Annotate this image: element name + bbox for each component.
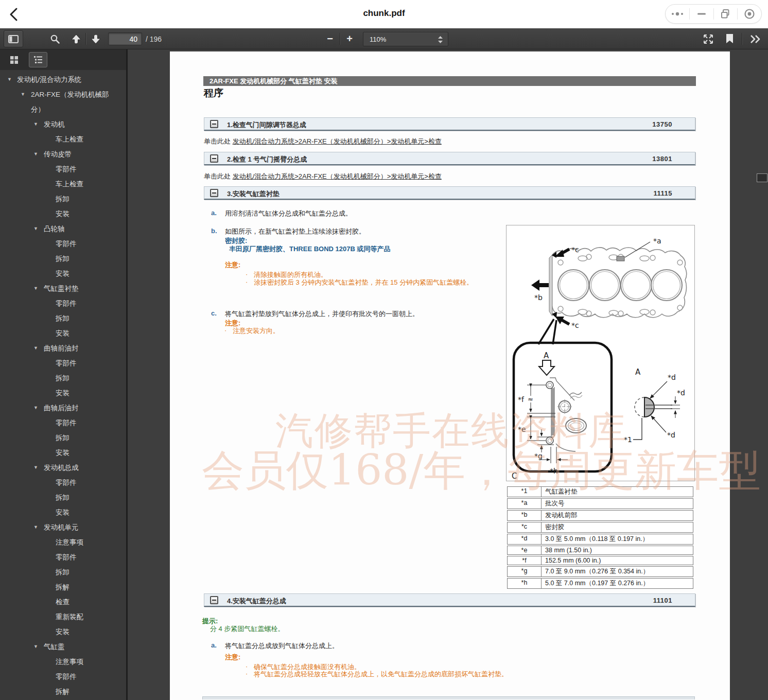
tree-item-label: 曲轴前油封 — [44, 344, 79, 352]
sidebar-toggle-button[interactable] — [4, 30, 23, 47]
thumbnails-tab[interactable] — [5, 52, 23, 67]
expand-arrow-icon[interactable] — [7, 72, 12, 87]
tree-item-label: 发动机/混合动力系统 — [17, 76, 81, 83]
tree-item[interactable]: 拆卸 — [0, 430, 126, 445]
tree-item[interactable]: 零部件 — [0, 162, 126, 177]
tree-item[interactable]: 安装 — [0, 206, 126, 221]
tree-item[interactable]: 检查 — [0, 594, 126, 609]
tree-item[interactable]: 拆卸 — [0, 565, 126, 580]
previous-page-button[interactable] — [69, 30, 83, 47]
expand-arrow-icon[interactable] — [33, 639, 38, 654]
more-button[interactable] — [666, 5, 689, 23]
tree-item[interactable]: 零部件 — [0, 550, 126, 565]
tree-item[interactable]: 零部件 — [0, 415, 126, 430]
tree-item-label: 注意事项 — [56, 538, 83, 546]
collapse-toggle-icon[interactable] — [210, 120, 218, 128]
step-marker: b. — [211, 227, 217, 235]
expand-arrow-icon[interactable] — [33, 281, 38, 296]
tree-item[interactable]: 气缸盖衬垫 — [0, 281, 126, 296]
tree-item[interactable]: 零部件 — [0, 356, 126, 371]
tree-item-label: 曲轴后油封 — [44, 404, 79, 412]
tree-item-label: 发动机 — [44, 120, 65, 128]
tree-item[interactable]: 发动机 — [0, 117, 126, 132]
tree-item[interactable]: 2AR-FXE（发动机机械部分） — [0, 87, 126, 117]
tree-item[interactable]: 零部件 — [0, 475, 126, 490]
tree-item[interactable]: 发动机/混合动力系统 — [0, 72, 126, 87]
tree-item[interactable]: 拆解 — [0, 580, 126, 594]
tree-item[interactable]: 安装 — [0, 326, 126, 341]
tree-item[interactable]: 拆卸 — [0, 191, 126, 206]
tree-item[interactable]: 曲轴后油封 — [0, 400, 126, 415]
tree-item[interactable]: 零部件 — [0, 296, 126, 311]
table-row: *b发动机前部 — [507, 510, 693, 521]
tree-item[interactable]: 安装 — [0, 505, 126, 520]
table-row: *a批次号 — [507, 498, 693, 509]
page-header-bar: 2AR-FXE 发动机机械部分 气缸盖衬垫 安装 — [203, 76, 696, 86]
scroll-indicator[interactable] — [757, 173, 767, 182]
toolbar-separator — [742, 33, 742, 45]
procedure-link[interactable]: 发动机/混合动力系统>2AR-FXE（发动机机械部分）>发动机单元>检查 — [233, 137, 442, 145]
minimize-button[interactable] — [690, 5, 713, 23]
tree-item[interactable]: 安装 — [0, 386, 126, 400]
expand-arrow-icon[interactable] — [33, 221, 38, 236]
section-link-line: 单击此处 发动机/混合动力系统>2AR-FXE（发动机机械部分）>发动机单元>检… — [204, 172, 442, 181]
expand-arrow-icon[interactable] — [33, 341, 38, 356]
svg-text:*g: *g — [534, 452, 543, 460]
collapse-toggle-icon[interactable] — [210, 189, 218, 197]
tree-item-label: 2AR-FXE（发动机机械部分） — [31, 91, 109, 113]
tree-item[interactable]: 发动机单元 — [0, 520, 126, 535]
expand-arrow-icon[interactable] — [21, 87, 25, 102]
tree-item[interactable]: 曲轴前油封 — [0, 341, 126, 356]
page-number-input[interactable] — [108, 32, 142, 45]
tree-item-label: 拆卸 — [56, 374, 69, 382]
step-text: 将气缸盖衬垫放到气缸体分总成上，并使印有批次号的一面朝上。 — [225, 309, 419, 319]
tree-item[interactable]: 车上检查 — [0, 177, 126, 191]
titlebar: chunk.pdf — [0, 0, 768, 28]
tree-item[interactable]: 车上检查 — [0, 132, 126, 147]
tree-item[interactable]: 注意事项 — [0, 535, 126, 550]
restore-button[interactable] — [714, 5, 738, 23]
tree-item[interactable]: 拆解 — [0, 684, 126, 699]
tree-item-label: 重新装配 — [56, 613, 83, 621]
fullscreen-button[interactable] — [700, 30, 717, 47]
zoom-in-button[interactable]: + — [342, 30, 357, 47]
record-button[interactable] — [738, 5, 761, 23]
tree-item[interactable]: 拆卸 — [0, 251, 126, 266]
tree-item[interactable]: 零部件 — [0, 669, 126, 684]
collapse-toggle-icon[interactable] — [210, 154, 218, 163]
tree-item[interactable]: 发动机总成 — [0, 460, 126, 475]
tree-item[interactable]: 注意事项 — [0, 654, 126, 669]
svg-text:*e: *e — [518, 425, 526, 433]
collapse-toggle-icon[interactable] — [210, 596, 218, 604]
expand-arrow-icon[interactable] — [33, 400, 38, 415]
tree-item[interactable]: 传动皮带 — [0, 147, 126, 162]
more-tools-button[interactable] — [746, 30, 764, 47]
zoom-out-button[interactable]: − — [322, 30, 338, 47]
tree-item[interactable]: 安装 — [0, 624, 126, 639]
bookmark-button[interactable] — [722, 30, 737, 47]
tree-item[interactable]: 拆卸 — [0, 311, 126, 326]
tree-item[interactable]: 拆卸 — [0, 371, 126, 386]
next-section-bar-partial — [202, 696, 695, 699]
next-page-button[interactable] — [89, 30, 103, 47]
tree-item[interactable]: 拆卸 — [0, 490, 126, 505]
expand-arrow-icon[interactable] — [33, 520, 38, 535]
zoom-level-select[interactable]: 110% — [363, 32, 448, 46]
tree-item[interactable]: 零部件 — [0, 236, 126, 251]
tree-item[interactable]: 气缸盖 — [0, 639, 126, 654]
tree-item[interactable]: 重新装配 — [0, 609, 126, 624]
procedure-link[interactable]: 发动机/混合动力系统>2AR-FXE（发动机机械部分）>发动机单元>检查 — [233, 172, 442, 180]
expand-arrow-icon[interactable] — [33, 117, 38, 132]
expand-arrow-icon[interactable] — [33, 460, 38, 475]
pdf-viewer-area[interactable]: 2AR-FXE 发动机机械部分 气缸盖衬垫 安装 程序 1.检查气门间隙调节器总… — [129, 49, 768, 700]
search-button[interactable] — [47, 30, 63, 47]
tree-item[interactable]: 安装 — [0, 445, 126, 460]
tree-item[interactable]: 凸轮轴 — [0, 221, 126, 236]
outline-tab[interactable] — [29, 52, 47, 67]
table-cell-key: *d — [508, 534, 542, 544]
table-cell-value: 发动机前部 — [542, 511, 693, 520]
tree-item[interactable]: 安装 — [0, 266, 126, 281]
table-row: *1气缸盖衬垫 — [507, 486, 693, 497]
expand-arrow-icon[interactable] — [33, 147, 38, 162]
click-here-label: 单击此处 — [204, 137, 233, 145]
